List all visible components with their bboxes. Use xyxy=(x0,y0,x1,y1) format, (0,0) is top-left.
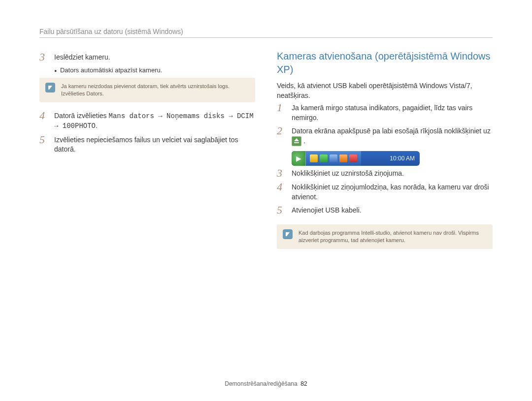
step-body: Atvienojiet USB kabeli. xyxy=(292,206,493,216)
bullet-item: Dators automātiski atpazīst kameru. xyxy=(54,66,255,74)
step-body: Noklikšķiniet uz ziņojumlodziņa, kas nor… xyxy=(292,183,493,202)
step-number: 2 xyxy=(277,125,286,136)
right-column: Kameras atvienošana (operētājsistēmā Win… xyxy=(277,50,493,258)
step-number: 5 xyxy=(39,134,48,145)
step-number: 1 xyxy=(277,102,286,113)
page-header: Failu pārsūtīšana uz datoru (sistēmā Win… xyxy=(39,28,493,38)
step-body: Izvēlieties nepieciešamos failus un velc… xyxy=(54,135,255,154)
step-body: Datorā izvēlieties Mans dators → Noņemam… xyxy=(54,111,255,131)
r-step-5: 5 Atvienojiet USB kabeli. xyxy=(277,206,493,216)
start-button-icon: ▶ xyxy=(292,151,305,166)
step-body: Ieslēdziet kameru. xyxy=(54,53,255,62)
note-text: Kad darbojas programma Intelli-studio, a… xyxy=(299,229,487,244)
step-number: 4 xyxy=(39,110,48,121)
step4-prefix: Datorā izvēlieties xyxy=(54,112,109,120)
step4-suffix: . xyxy=(96,122,98,129)
section-intro: Veids, kā atvienot USB kabeli operētājsi… xyxy=(277,81,493,100)
step-3: 3 Ieslēdziet kameru. xyxy=(39,53,255,62)
taskbar-illustration: ▶ 10:00 AM xyxy=(292,151,493,166)
sub-bullets: Dators automātiski atpazīst kameru. xyxy=(54,66,255,74)
tray-icon xyxy=(339,154,347,162)
note-icon xyxy=(45,83,55,93)
header-title: Failu pārsūtīšana uz datoru (sistēmā Win… xyxy=(39,28,183,35)
step-number: 3 xyxy=(39,52,48,62)
step-number: 3 xyxy=(277,168,286,179)
r-step-4: 4 Noklikšķiniet uz ziņojumlodziņa, kas n… xyxy=(277,183,493,202)
tray-icon xyxy=(330,154,337,162)
footer-section: Demonstrēšana/rediģēšana xyxy=(225,380,297,387)
content-columns: 3 Ieslēdziet kameru. Dators automātiski … xyxy=(39,50,493,258)
r-step-1: 1 Ja kamerā mirgo statusa indikators, pa… xyxy=(277,103,493,123)
footer-page-number: 82 xyxy=(300,380,307,387)
step-body: Ja kamerā mirgo statusa indikators, paga… xyxy=(292,103,493,123)
step2-text-a: Datora ekrāna apakšpusē pa labi esošajā … xyxy=(292,127,491,135)
manual-page: { "header": { "title": "Failu pārsūtīšan… xyxy=(0,0,532,401)
section-heading: Kameras atvienošana (operētājsistēmā Win… xyxy=(277,50,493,76)
step-number: 5 xyxy=(277,205,286,216)
page-footer: Demonstrēšana/rediģēšana 82 xyxy=(0,380,532,387)
note-text: Ja kameru neizdodas pievienot datoram, t… xyxy=(61,83,249,97)
safely-remove-hardware-icon xyxy=(292,136,301,146)
note-box: Ja kameru neizdodas pievienot datoram, t… xyxy=(39,78,255,102)
note-box-2: Kad darbojas programma Intelli-studio, a… xyxy=(277,224,493,249)
step-body: Datora ekrāna apakšpusē pa labi esošajā … xyxy=(292,126,493,146)
tray-icon xyxy=(310,154,318,162)
step-5: 5 Izvēlieties nepieciešamos failus un ve… xyxy=(39,135,255,154)
system-tray xyxy=(305,151,361,166)
windows-taskbar: ▶ 10:00 AM xyxy=(292,151,420,166)
step-number: 4 xyxy=(277,182,286,192)
tray-icon xyxy=(349,154,357,162)
r-step-3: 3 Noklikšķiniet uz uznirstošā ziņojuma. xyxy=(277,169,493,179)
tray-icon xyxy=(320,154,328,162)
note-icon xyxy=(283,229,293,239)
step-4: 4 Datorā izvēlieties Mans dators → Noņem… xyxy=(39,111,255,131)
step2-text-b: . xyxy=(303,137,305,145)
taskbar-clock: 10:00 AM xyxy=(390,155,420,162)
left-column: 3 Ieslēdziet kameru. Dators automātiski … xyxy=(39,50,255,258)
r-step-2: 2 Datora ekrāna apakšpusē pa labi esošaj… xyxy=(277,126,493,146)
step-body: Noklikšķiniet uz uznirstošā ziņojuma. xyxy=(292,169,493,179)
